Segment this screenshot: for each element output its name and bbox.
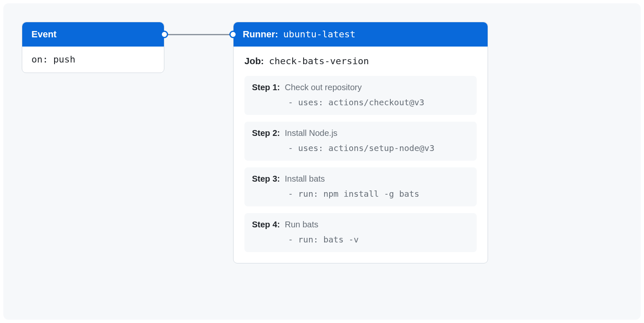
step-3-num: Step 3: — [252, 174, 280, 183]
step-3-code: - run: npm install -g bats — [252, 189, 469, 199]
runner-header: Runner: ubuntu-latest — [234, 22, 488, 47]
event-on-label: on: — [31, 54, 48, 65]
step-1: Step 1: Check out repository - uses: act… — [244, 76, 477, 115]
step-4: Step 4: Run bats - run: bats -v — [244, 213, 477, 252]
job-label: Job: — [244, 56, 264, 66]
job-value: check-bats-version — [269, 56, 369, 66]
step-4-num: Step 4: — [252, 220, 280, 229]
step-4-title: Step 4: Run bats — [252, 220, 469, 229]
step-2-code: - uses: actions/setup-node@v3 — [252, 143, 469, 153]
runner-header-value: ubuntu-latest — [283, 29, 355, 39]
runner-header-label: Runner: — [243, 29, 278, 39]
runner-card: Runner: ubuntu-latest Job: check-bats-ve… — [233, 22, 488, 263]
step-2: Step 2: Install Node.js - uses: actions/… — [244, 122, 477, 161]
step-2-num: Step 2: — [252, 128, 280, 138]
connector-dot-right — [229, 31, 237, 38]
diagram-canvas: Event on: push Runner: ubuntu-latest Job… — [3, 3, 641, 320]
event-on-value: push — [53, 54, 75, 65]
step-3-name: Install bats — [285, 174, 325, 183]
connector-dot-left — [161, 31, 168, 38]
event-header-text: Event — [31, 29, 57, 39]
runner-body: Job: check-bats-version Step 1: Check ou… — [234, 47, 488, 263]
step-1-num: Step 1: — [252, 83, 280, 92]
event-card: Event on: push — [22, 22, 164, 73]
step-4-code: - run: bats -v — [252, 234, 469, 245]
step-1-name: Check out repository — [285, 83, 361, 92]
connector-line — [164, 34, 233, 35]
step-3: Step 3: Install bats - run: npm install … — [244, 167, 477, 206]
step-1-code: - uses: actions/checkout@v3 — [252, 97, 469, 107]
event-header: Event — [22, 22, 164, 47]
steps-list: Step 1: Check out repository - uses: act… — [244, 76, 477, 252]
step-1-title: Step 1: Check out repository — [252, 83, 469, 92]
step-2-name: Install Node.js — [285, 128, 338, 138]
step-4-name: Run bats — [285, 220, 318, 229]
step-3-title: Step 3: Install bats — [252, 174, 469, 184]
step-2-title: Step 2: Install Node.js — [252, 128, 469, 138]
event-body: on: push — [22, 47, 164, 73]
job-line: Job: check-bats-version — [244, 56, 477, 67]
